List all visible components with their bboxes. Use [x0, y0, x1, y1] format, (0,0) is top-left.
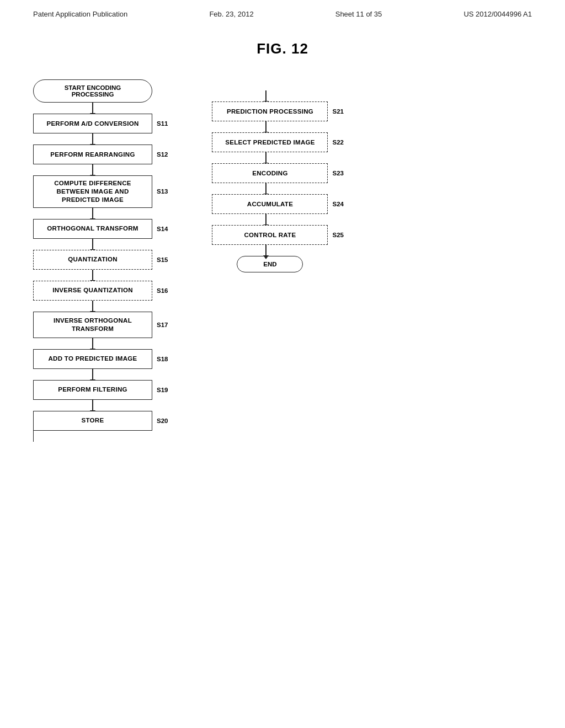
right-column: PREDICTION PROCESSING S21 SELECT PREDICT…: [212, 90, 343, 272]
arrow-s14: [92, 208, 93, 219]
arrow-s18: [92, 338, 93, 349]
arrow-s11: [92, 103, 93, 114]
step-s20-box: STORE: [33, 411, 152, 431]
step-s25-box: CONTROL RATE: [212, 225, 328, 245]
diagram-area: START ENCODING PROCESSING PERFORM A/D CO…: [0, 74, 565, 442]
step-s12-label: S12: [157, 151, 168, 158]
step-s23: ENCODING S23: [212, 163, 343, 183]
step-s22: SELECT PREDICTED IMAGE S22: [212, 132, 343, 152]
step-s20-label: S20: [157, 417, 168, 424]
step-s11: PERFORM A/D CONVERSION S11: [33, 114, 168, 133]
step-s18-box: ADD TO PREDICTED IMAGE: [33, 349, 152, 369]
arrow-right-top: [265, 90, 266, 101]
step-s15-label: S15: [157, 256, 168, 263]
step-s13: COMPUTE DIFFERENCEBETWEEN IMAGE ANDPREDI…: [33, 175, 168, 208]
step-s22-box: SELECT PREDICTED IMAGE: [212, 132, 328, 152]
step-s17-box: INVERSE ORTHOGONALTRANSFORM: [33, 312, 152, 338]
arrow-s16: [92, 270, 93, 281]
step-s21-box: PREDICTION PROCESSING: [212, 101, 328, 121]
step-s16-label: S16: [157, 287, 168, 294]
step-s14-label: S14: [157, 226, 168, 232]
step-s14-box: ORTHOGONAL TRANSFORM: [33, 219, 152, 239]
step-s18: ADD TO PREDICTED IMAGE S18: [33, 349, 168, 369]
step-s12-box: PERFORM REARRANGING: [33, 144, 152, 164]
step-s24-box: ACCUMULATE: [212, 194, 328, 214]
arrow-s24: [265, 183, 266, 194]
step-s23-box: ENCODING: [212, 163, 328, 183]
step-s12: PERFORM REARRANGING S12: [33, 144, 168, 164]
header-left: Patent Application Publication: [33, 10, 127, 18]
arrow-s12: [92, 133, 93, 144]
bottom-line: [33, 431, 152, 442]
step-s20: STORE S20: [33, 411, 168, 431]
arrow-s19: [92, 369, 93, 380]
step-s14: ORTHOGONAL TRANSFORM S14: [33, 219, 168, 239]
step-s19-label: S19: [157, 387, 168, 393]
step-s16: INVERSE QUANTIZATION S16: [33, 281, 168, 301]
step-s11-box: PERFORM A/D CONVERSION: [33, 114, 152, 133]
step-s19-box: PERFORM FILTERING: [33, 380, 152, 400]
step-s17: INVERSE ORTHOGONALTRANSFORM S17: [33, 312, 168, 338]
step-s24-label: S24: [332, 201, 343, 207]
page-header: Patent Application Publication Feb. 23, …: [0, 0, 565, 24]
start-oval: START ENCODING PROCESSING: [33, 79, 152, 103]
step-s17-label: S17: [157, 322, 168, 328]
step-s16-box: INVERSE QUANTIZATION: [33, 281, 152, 301]
step-s13-box: COMPUTE DIFFERENCEBETWEEN IMAGE ANDPREDI…: [33, 175, 152, 208]
header-date: Feb. 23, 2012: [209, 10, 253, 18]
step-s22-label: S22: [332, 139, 343, 146]
left-column: START ENCODING PROCESSING PERFORM A/D CO…: [33, 79, 168, 442]
arrow-s25: [265, 214, 266, 225]
header-patent: US 2012/0044996 A1: [463, 10, 532, 18]
step-s11-label: S11: [157, 120, 168, 127]
step-s25: CONTROL RATE S25: [212, 225, 343, 245]
step-s15: QUANTIZATION S15: [33, 250, 168, 270]
step-s24: ACCUMULATE S24: [212, 194, 343, 214]
step-s18-label: S18: [157, 356, 168, 362]
step-s25-label: S25: [332, 232, 343, 238]
header-sheet: Sheet 11 of 35: [335, 10, 382, 18]
step-s21: PREDICTION PROCESSING S21: [212, 101, 343, 121]
arrow-s15: [92, 239, 93, 250]
arrow-s13: [92, 164, 93, 175]
arrow-s22: [265, 121, 266, 132]
arrow-s20: [92, 400, 93, 411]
step-s13-label: S13: [157, 188, 168, 195]
arrow-s23: [265, 152, 266, 163]
step-s19: PERFORM FILTERING S19: [33, 380, 168, 400]
step-s15-box: QUANTIZATION: [33, 250, 152, 270]
arrow-end: [265, 245, 266, 256]
step-s21-label: S21: [332, 108, 343, 115]
end-oval: END: [237, 256, 303, 272]
arrow-s17: [92, 301, 93, 312]
figure-title: FIG. 12: [0, 40, 565, 57]
step-s23-label: S23: [332, 170, 343, 176]
